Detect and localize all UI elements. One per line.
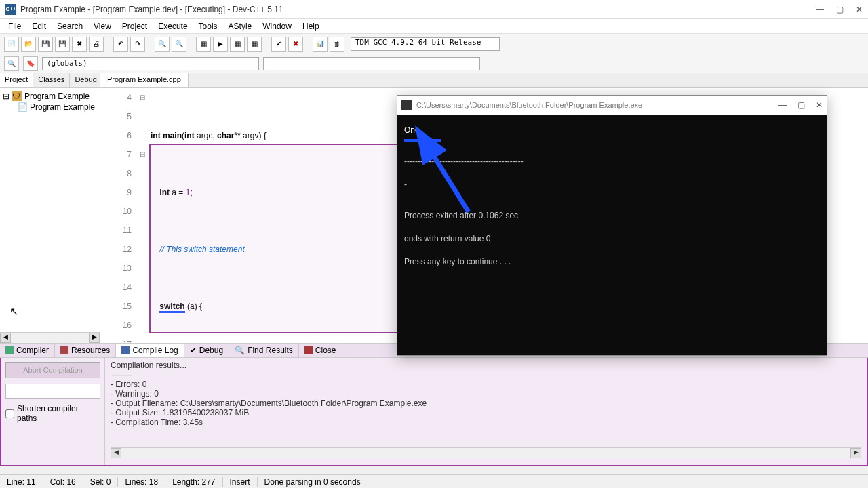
close-button[interactable]: ✕ — [856, 5, 863, 14]
menu-file[interactable]: File — [4, 20, 25, 33]
console-line-output: One — [404, 119, 820, 142]
shorten-paths-checkbox[interactable]: Shorten compiler paths — [5, 404, 100, 423]
save-icon[interactable]: 💾 — [38, 37, 53, 52]
tree-root-label: Program Example — [24, 92, 90, 101]
menu-edit[interactable]: Edit — [28, 20, 50, 33]
menu-help[interactable]: Help — [298, 20, 323, 33]
progress-bar — [5, 384, 100, 399]
console-close-button[interactable]: ✕ — [816, 100, 823, 110]
menu-view[interactable]: View — [90, 20, 115, 33]
debug-icon[interactable]: ✔ — [271, 37, 286, 52]
btab-compilelog[interactable]: Compile Log — [116, 344, 184, 357]
tree-file-label: Program Example — [30, 102, 95, 112]
tab-debug[interactable]: Debug — [70, 73, 102, 87]
undo-icon[interactable]: ↶ — [113, 37, 128, 52]
tree-root[interactable]: ⊟🛡 Program Example — [3, 91, 97, 102]
status-col: Col: 16 — [43, 477, 83, 487]
trash-icon[interactable]: 🗑 — [330, 37, 344, 52]
cursor-icon: ↖ — [9, 305, 18, 318]
goto-icon[interactable]: 🔍 — [4, 56, 19, 71]
symbols-combo[interactable] — [263, 57, 480, 70]
compile-log-text: Compilation results... -------- - Errors… — [104, 358, 867, 465]
console-maximize-button[interactable]: ▢ — [797, 100, 805, 110]
profile-icon[interactable]: 📊 — [313, 37, 328, 52]
menu-astyle[interactable]: AStyle — [224, 20, 256, 33]
line-gutter: 456 789 101112 131415 1617 — [100, 88, 137, 343]
sidebar-scrollbar[interactable]: ◀▶ — [0, 332, 100, 343]
replace-icon[interactable]: 🔍 — [172, 37, 186, 52]
sidebar: Project Classes Debug ⊟🛡 Program Example… — [0, 73, 100, 343]
compile-run-icon[interactable]: ▦ — [230, 37, 245, 52]
svg-line-0 — [430, 150, 469, 212]
source-text: int main(int argc, char** argv) { int a … — [151, 88, 267, 343]
toolbar-secondary: 🔍 🔖 (globals) — [0, 54, 868, 73]
menu-window[interactable]: Window — [258, 20, 296, 33]
compiler-select[interactable]: TDM-GCC 4.9.2 64-bit Release — [351, 37, 500, 51]
console-output[interactable]: One ------------------------------------… — [397, 115, 827, 355]
tab-classes[interactable]: Classes — [33, 73, 70, 87]
print-icon[interactable]: 🖨 — [89, 37, 104, 52]
status-msg: Done parsing in 0 seconds — [258, 477, 868, 487]
rebuild-icon[interactable]: ▦ — [247, 37, 262, 52]
status-sel: Sel: 0 — [83, 477, 119, 487]
stop-icon[interactable]: ✖ — [288, 37, 303, 52]
status-bar: Line: 11 Col: 16 Sel: 0 Lines: 18 Length… — [0, 474, 868, 488]
tree-file[interactable]: 📄 Program Example — [3, 102, 97, 113]
close-file-icon[interactable]: ✖ — [72, 37, 87, 52]
compile-icon[interactable]: ▦ — [196, 37, 211, 52]
fold-gutter: ⊟⊟ — [137, 88, 148, 343]
run-icon[interactable]: ▶ — [213, 37, 228, 52]
editor-tab[interactable]: Program Example.cpp — [100, 73, 189, 87]
bookmark-icon[interactable]: 🔖 — [23, 56, 38, 71]
status-lines: Lines: 18 — [118, 477, 165, 487]
globals-combo[interactable]: (globals) — [42, 57, 259, 70]
btab-resources[interactable]: Resources — [55, 344, 116, 357]
console-window: C:\Users\smarty\Documents\Bluetooth Fold… — [397, 95, 827, 356]
maximize-button[interactable]: ▢ — [836, 5, 844, 14]
abort-compilation-button[interactable]: Abort Compilation — [5, 362, 100, 378]
status-length: Length: 277 — [165, 477, 222, 487]
toolbar-main: 📄 📂 💾 💾 ✖ 🖨 ↶ ↷ 🔍 🔍 ▦ ▶ ▦ ▦ ✔ ✖ 📊 🗑 TDM-… — [0, 34, 868, 54]
menu-bar: File Edit Search View Project Execute To… — [0, 19, 868, 34]
status-mode: Insert — [223, 477, 258, 487]
console-title: C:\Users\smarty\Documents\Bluetooth Fold… — [416, 101, 778, 109]
annotation-arrow — [425, 144, 479, 228]
app-icon: C++ — [5, 4, 16, 15]
menu-search[interactable]: Search — [53, 20, 87, 33]
annotation-underline — [404, 139, 441, 142]
console-minimize-button[interactable]: — — [778, 100, 787, 110]
redo-icon[interactable]: ↷ — [130, 37, 145, 52]
saveall-icon[interactable]: 💾 — [55, 37, 70, 52]
open-icon[interactable]: 📂 — [21, 37, 36, 52]
project-tree: ⊟🛡 Program Example 📄 Program Example — [0, 88, 100, 332]
menu-project[interactable]: Project — [118, 20, 151, 33]
find-icon[interactable]: 🔍 — [155, 37, 170, 52]
btab-compiler[interactable]: Compiler — [0, 344, 55, 357]
window-title: Program Example - [Program Example.dev] … — [20, 5, 816, 14]
btab-close[interactable]: Close — [299, 344, 342, 357]
log-scrollbar[interactable]: ◀ ▶ — [111, 447, 861, 458]
menu-execute[interactable]: Execute — [154, 20, 191, 33]
menu-tools[interactable]: Tools — [195, 20, 222, 33]
title-bar: C++ Program Example - [Program Example.d… — [0, 0, 868, 19]
minimize-button[interactable]: — — [816, 5, 824, 14]
status-line: Line: 11 — [0, 477, 43, 487]
btab-debug[interactable]: ✔Debug — [184, 344, 229, 357]
tab-project[interactable]: Project — [0, 73, 33, 87]
new-file-icon[interactable]: 📄 — [4, 37, 19, 52]
btab-findresults[interactable]: 🔍Find Results — [229, 344, 299, 357]
console-icon — [401, 100, 412, 110]
compile-log-panel: Abort Compilation Shorten compiler paths… — [0, 358, 868, 466]
